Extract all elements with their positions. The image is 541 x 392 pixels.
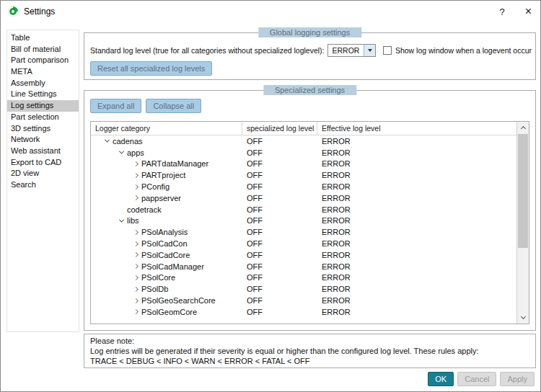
expand-arrow-icon[interactable] xyxy=(130,264,141,268)
effective-level-cell: ERROR xyxy=(317,159,516,168)
tree-row[interactable]: cadenasOFFERROR xyxy=(91,135,516,147)
specialized-level-cell: OFF xyxy=(242,182,317,191)
sidebar-item-log-settings[interactable]: Log settings xyxy=(7,100,79,112)
help-button[interactable]: ? xyxy=(499,6,504,17)
scroll-down-icon[interactable] xyxy=(517,312,529,324)
logger-category-label: libs xyxy=(127,216,139,225)
expand-arrow-icon[interactable] xyxy=(130,253,141,257)
effective-level-cell: ERROR xyxy=(317,194,516,202)
log-level-combobox[interactable]: ERROR xyxy=(327,44,377,57)
collapse-arrow-icon[interactable] xyxy=(115,151,127,154)
effective-level-cell: ERROR xyxy=(317,285,516,293)
effective-level-cell: ERROR xyxy=(317,296,516,305)
sidebar-item-web-assistant[interactable]: Web assistant xyxy=(7,146,79,157)
collapse-arrow-icon[interactable] xyxy=(101,139,113,143)
note-line-2: Log entries will be generated if their s… xyxy=(90,347,529,357)
logger-category-label: pappserver xyxy=(141,194,181,202)
specialized-level-cell: OFF xyxy=(242,171,317,179)
expand-arrow-icon[interactable] xyxy=(130,276,141,280)
checkbox-label: Show log window when a logevent occur xyxy=(395,46,532,55)
sidebar-item-bill-of-material[interactable]: Bill of material xyxy=(7,44,79,55)
sidebar-item-meta[interactable]: META xyxy=(7,66,79,78)
specialized-level-cell: OFF xyxy=(242,159,317,168)
effective-level-cell: ERROR xyxy=(317,308,516,316)
logger-category-label: PARTdataManager xyxy=(141,159,208,168)
footer-buttons: OK Cancel Apply xyxy=(428,372,535,386)
tree-row[interactable]: PSolDbOFFERROR xyxy=(91,283,516,295)
expand-arrow-icon[interactable] xyxy=(130,288,141,291)
reset-specialized-levels-button[interactable]: Reset all specialized log levels xyxy=(90,61,212,76)
expand-arrow-icon[interactable] xyxy=(130,185,141,189)
settings-dialog: Settings ? × TableBill of materialPart c… xyxy=(0,0,541,392)
tree-row[interactable]: PSolCoreOFFERROR xyxy=(91,272,516,284)
tree-row[interactable]: PARTprojectOFFERROR xyxy=(91,169,516,181)
apply-button[interactable]: Apply xyxy=(500,372,535,386)
expand-arrow-icon[interactable] xyxy=(130,231,141,234)
expand-arrow-icon[interactable] xyxy=(130,174,141,177)
tree-row[interactable]: PSolGeoSearchCoreOFFERROR xyxy=(91,295,516,306)
expand-all-button[interactable]: Expand all xyxy=(90,99,141,113)
tree-row[interactable]: PSolGeomCoreOFFERROR xyxy=(91,306,516,318)
tree-row[interactable]: pappserverOFFERROR xyxy=(91,192,516,204)
tree-row[interactable]: libsOFFERROR xyxy=(91,215,516,227)
tree-row[interactable]: PARTdataManagerOFFERROR xyxy=(91,159,516,170)
expand-arrow-icon[interactable] xyxy=(130,196,141,200)
effective-level-cell: ERROR xyxy=(317,273,516,282)
cancel-button[interactable]: Cancel xyxy=(457,372,496,386)
sidebar-item-part-selection[interactable]: Part selection xyxy=(7,112,79,123)
expand-arrow-icon[interactable] xyxy=(130,310,141,313)
tree-header: Logger category specialized log level Ef… xyxy=(91,122,516,135)
expand-arrow-icon[interactable] xyxy=(130,242,141,246)
sidebar-item-table[interactable]: Table xyxy=(7,32,79,44)
specialized-level-cell: OFF xyxy=(242,251,317,259)
chevron-down-icon[interactable] xyxy=(364,45,375,56)
tree-row[interactable]: PSolCadCoreOFFERROR xyxy=(91,249,516,261)
expand-arrow-icon[interactable] xyxy=(130,299,141,303)
scroll-up-icon[interactable] xyxy=(517,122,529,133)
specialized-level-cell: OFF xyxy=(242,308,317,316)
sidebar-item-line-settings[interactable]: Line Settings xyxy=(7,89,79,100)
show-log-window-option[interactable]: Show log window when a logevent occur xyxy=(383,46,532,55)
scrollbar-thumb[interactable] xyxy=(518,134,528,248)
tree-row[interactable]: PSolCadManagerOFFERROR xyxy=(91,261,516,272)
tree-row[interactable]: PSolAnalysisOFFERROR xyxy=(91,226,516,238)
column-header-logger-category[interactable]: Logger category xyxy=(91,122,242,135)
effective-level-cell: ERROR xyxy=(317,262,516,271)
column-header-specialized-log-level[interactable]: specialized log level xyxy=(242,122,317,135)
logger-category-label: PARTproject xyxy=(141,171,185,179)
effective-level-cell: ERROR xyxy=(317,148,516,157)
combo-value: ERROR xyxy=(328,45,364,56)
sidebar-item-2d-view[interactable]: 2D view xyxy=(7,168,79,179)
expand-arrow-icon[interactable] xyxy=(130,162,141,166)
show-log-window-checkbox[interactable] xyxy=(383,46,392,55)
tree-row[interactable]: codetrackOFFERROR xyxy=(91,204,516,215)
sidebar-item-assembly[interactable]: Assembly xyxy=(7,78,79,89)
tree-row[interactable]: PConfigOFFERROR xyxy=(91,181,516,192)
sidebar-item-part-comparison[interactable]: Part comparison xyxy=(7,55,79,66)
logger-category-label: PSolCore xyxy=(141,273,175,282)
standard-log-level-row: Standard log level (true for all categor… xyxy=(90,43,532,58)
collapse-arrow-icon[interactable] xyxy=(115,219,127,223)
sidebar-item-export-to-cad[interactable]: Export to CAD xyxy=(7,157,79,169)
specialized-level-cell: OFF xyxy=(242,273,317,282)
effective-level-cell: ERROR xyxy=(317,251,516,259)
titlebar: Settings ? × xyxy=(1,1,540,22)
note-box: Please note: Log entries will be generat… xyxy=(84,334,536,368)
sidebar-item-3d-settings[interactable]: 3D settings xyxy=(7,123,79,135)
specialized-level-cell: OFF xyxy=(242,262,317,271)
collapse-all-button[interactable]: Collapse all xyxy=(146,99,201,113)
note-line-1: Please note: xyxy=(90,337,529,347)
window-title: Settings xyxy=(24,6,55,17)
tree-row[interactable]: appsOFFERROR xyxy=(91,147,516,159)
tree-row[interactable]: PSolCadConOFFERROR xyxy=(91,238,516,249)
sidebar-item-network[interactable]: Network xyxy=(7,134,79,146)
logger-category-label: PSolGeomCore xyxy=(141,308,197,316)
logger-category-label: PSolDb xyxy=(141,285,168,293)
tree-body: cadenasOFFERRORappsOFFERRORPARTdataManag… xyxy=(91,135,516,324)
sidebar-item-search[interactable]: Search xyxy=(7,179,79,191)
column-header-effective-log-level[interactable]: Effective log level xyxy=(317,122,516,135)
vertical-scrollbar[interactable] xyxy=(516,122,529,324)
effective-level-cell: ERROR xyxy=(317,137,516,146)
close-button[interactable]: × xyxy=(525,5,532,18)
ok-button[interactable]: OK xyxy=(428,372,454,386)
